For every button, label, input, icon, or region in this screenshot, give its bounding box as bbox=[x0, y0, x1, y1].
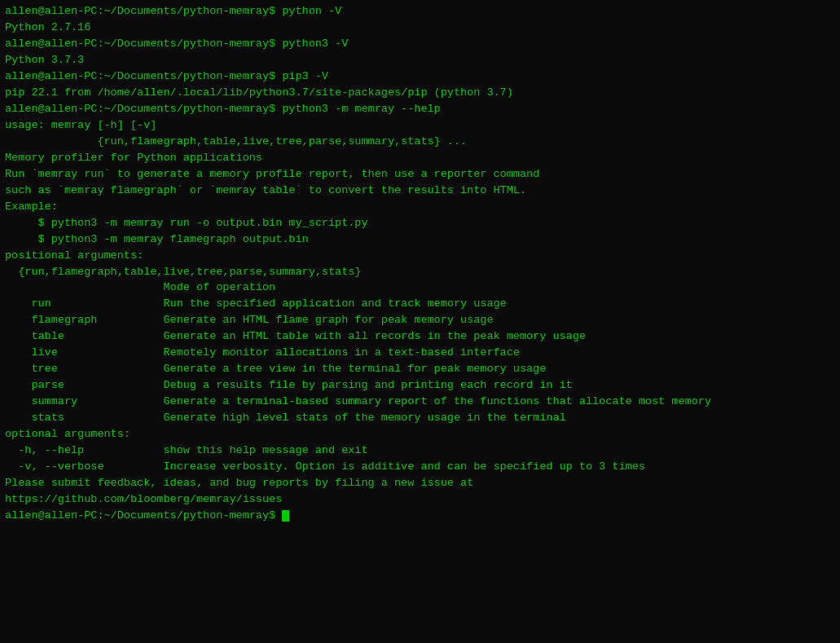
terminal-line: summary Generate a terminal-based summar… bbox=[5, 394, 835, 410]
terminal-line: stats Generate high level stats of the m… bbox=[5, 410, 835, 426]
terminal-line: Mode of operation bbox=[5, 280, 835, 296]
terminal-line: pip 22.1 from /home/allen/.local/lib/pyt… bbox=[5, 85, 835, 101]
terminal-line: {run,flamegraph,table,live,tree,parse,su… bbox=[5, 134, 835, 150]
terminal-cursor bbox=[282, 510, 289, 522]
terminal-line: Run `memray run` to generate a memory pr… bbox=[5, 166, 835, 183]
terminal-line: $ python3 -m memray flamegraph output.bi… bbox=[5, 231, 835, 248]
terminal-line: table Generate an HTML table with all re… bbox=[5, 328, 835, 345]
terminal-line: Python 3.7.3 bbox=[5, 52, 835, 68]
terminal-line: optional arguments: bbox=[5, 426, 835, 443]
terminal-line: allen@allen-PC:~/Documents/python-memray… bbox=[5, 3, 835, 20]
terminal-line: usage: memray [-h] [-v] bbox=[5, 117, 835, 134]
terminal-line: allen@allen-PC:~/Documents/python-memray… bbox=[5, 101, 835, 117]
terminal-line: Example: bbox=[5, 199, 835, 215]
terminal-line: allen@allen-PC:~/Documents/python-memray… bbox=[5, 508, 835, 524]
terminal-line: allen@allen-PC:~/Documents/python-memray… bbox=[5, 68, 835, 85]
terminal-line: flamegraph Generate an HTML flame graph … bbox=[5, 312, 835, 328]
terminal-line: -v, --verbose Increase verbosity. Option… bbox=[5, 459, 835, 475]
prompt-text: allen@allen-PC:~/Documents/python-memray… bbox=[5, 509, 282, 522]
terminal-line: -h, --help show this help message and ex… bbox=[5, 443, 835, 459]
terminal-line: Please submit feedback, ideas, and bug r… bbox=[5, 475, 835, 491]
terminal-line: run Run the specified application and tr… bbox=[5, 296, 835, 312]
terminal-line: Python 2.7.16 bbox=[5, 20, 835, 36]
terminal-line: tree Generate a tree view in the termina… bbox=[5, 361, 835, 377]
terminal-line: $ python3 -m memray run -o output.bin my… bbox=[5, 215, 835, 231]
terminal-line: {run,flamegraph,table,live,tree,parse,su… bbox=[5, 264, 835, 280]
terminal-line: parse Debug a results file by parsing an… bbox=[5, 377, 835, 394]
terminal-line: allen@allen-PC:~/Documents/python-memray… bbox=[5, 36, 835, 52]
terminal-line: such as `memray flamegraph` or `memray t… bbox=[5, 183, 835, 199]
terminal: allen@allen-PC:~/Documents/python-memray… bbox=[0, 0, 840, 643]
terminal-line: positional arguments: bbox=[5, 248, 835, 264]
terminal-line: https://github.com/bloomberg/memray/issu… bbox=[5, 491, 835, 508]
terminal-line: Memory profiler for Python applications bbox=[5, 150, 835, 166]
terminal-line: live Remotely monitor allocations in a t… bbox=[5, 345, 835, 361]
